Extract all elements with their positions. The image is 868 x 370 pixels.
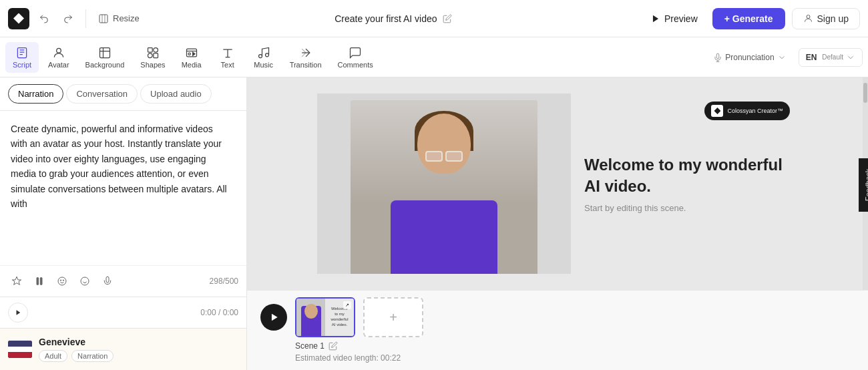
avatar-glass-right	[445, 151, 463, 162]
preview-subtitle: Start by editing this scene.	[584, 203, 785, 213]
narration-area: Create dynamic, powerful and informative…	[0, 111, 246, 265]
avatar-head	[417, 114, 471, 174]
narration-toolbar: 298/500	[0, 265, 246, 297]
language-chevron-icon	[846, 53, 855, 62]
toolbar: Script Avatar Background Shapes Media Te…	[0, 37, 868, 77]
header-right: Preview + Generate Sign up	[643, 8, 860, 29]
toolbar-right: Pronunciation EN Default	[706, 48, 863, 67]
text-side: Welcome to my wonderful AI video. Start …	[571, 94, 798, 274]
redo-icon	[63, 13, 73, 24]
toolbar-script[interactable]: Script	[5, 42, 39, 73]
avatar-section[interactable]: Genevieve Adult Narration	[0, 328, 246, 370]
transition-icon	[299, 46, 312, 59]
ai-tool-button[interactable]	[8, 272, 25, 290]
pronunciation-tool-icon	[102, 276, 113, 287]
pronunciation-label: Pronunciation	[725, 53, 774, 62]
app-logo[interactable]	[8, 8, 29, 29]
svg-rect-16	[37, 278, 39, 285]
tab-upload-audio[interactable]: Upload audio	[140, 84, 212, 104]
ai-icon	[11, 276, 22, 287]
toolbar-transition[interactable]: Transition	[283, 42, 329, 73]
scene-edit-icon[interactable]	[329, 341, 338, 351]
watermark-diamond-icon	[714, 108, 720, 114]
undo-button[interactable]	[35, 9, 53, 28]
estimated-length: Estimated video length: 00:22	[260, 353, 855, 363]
language-sublabel: Default	[822, 53, 843, 61]
script-icon	[15, 46, 29, 59]
toolbar-transition-label: Transition	[290, 61, 322, 69]
pronunciation-button[interactable]: Pronunciation	[706, 49, 793, 66]
svg-point-11	[188, 53, 190, 55]
toolbar-music-label: Music	[254, 61, 273, 69]
user-icon	[803, 13, 813, 23]
feedback-tab[interactable]: Feedback	[859, 158, 868, 212]
media-icon	[185, 46, 198, 59]
redo-button[interactable]	[59, 9, 77, 28]
avatar-image	[351, 100, 537, 274]
tab-narration[interactable]: Narration	[8, 84, 63, 104]
toolbar-text[interactable]: Text	[211, 42, 244, 73]
emotion-button[interactable]	[53, 272, 71, 290]
playback-bar: 0:00 / 0:00	[0, 297, 246, 328]
pronunciation-tool-button[interactable]	[99, 272, 116, 290]
project-title: Create your first AI video	[335, 13, 437, 24]
svg-rect-3	[17, 47, 26, 57]
scene-1-thumbnail[interactable]: Welcome to my wonderful AI video. ↗	[295, 297, 355, 337]
header-center: Create your first AI video	[149, 13, 638, 24]
toolbar-background[interactable]: Background	[79, 42, 132, 73]
emoji-icon	[79, 276, 90, 287]
signup-button[interactable]: Sign up	[792, 8, 860, 29]
toolbar-music[interactable]: Music	[247, 42, 280, 73]
tab-conversation[interactable]: Conversation	[66, 84, 138, 104]
watermark: Colossyan Creator™	[704, 102, 790, 120]
comments-icon	[349, 46, 362, 59]
toolbar-comments[interactable]: Comments	[331, 42, 380, 73]
edit-title-icon[interactable]	[443, 14, 452, 23]
preview-play-icon	[651, 14, 660, 23]
toolbar-shapes[interactable]: Shapes	[134, 42, 172, 73]
watermark-logo	[711, 105, 723, 117]
avatar-name: Genevieve	[39, 337, 114, 347]
emotion-circle-icon	[57, 276, 67, 287]
video-canvas: Welcome to my wonderful AI video. Start …	[317, 94, 798, 274]
avatar-body	[391, 200, 497, 274]
generate-button[interactable]: + Generate	[712, 8, 785, 29]
svg-rect-0	[99, 15, 107, 23]
svg-rect-6	[148, 47, 152, 52]
play-large-button[interactable]	[260, 304, 287, 331]
signup-label: Sign up	[817, 13, 849, 24]
preview-button[interactable]: Preview	[643, 9, 706, 28]
svg-point-2	[807, 15, 810, 19]
toolbar-avatar[interactable]: Avatar	[41, 42, 76, 73]
feedback-label: Feedback	[864, 169, 868, 201]
toolbar-tools: Script Avatar Background Shapes Media Te…	[5, 42, 380, 73]
svg-marker-22	[17, 310, 21, 315]
narration-tools-left	[8, 272, 116, 290]
toolbar-media-label: Media	[182, 61, 202, 69]
pause-button[interactable]	[31, 272, 48, 290]
scenes-row: Welcome to my wonderful AI video. ↗ +	[260, 297, 855, 337]
resize-icon	[98, 13, 109, 24]
emoji-button[interactable]	[76, 272, 93, 290]
pronunciation-chevron-icon	[777, 53, 787, 62]
svg-point-13	[265, 53, 268, 56]
language-button[interactable]: EN Default	[799, 48, 863, 67]
narration-text[interactable]: Create dynamic, powerful and informative…	[11, 122, 236, 235]
toolbar-text-label: Text	[221, 61, 234, 69]
add-scene-button[interactable]: +	[363, 297, 423, 337]
resize-button[interactable]: Resize	[94, 9, 144, 28]
toolbar-background-label: Background	[85, 61, 125, 69]
scene-thumb-expand: ↗	[343, 301, 351, 309]
logo-diamond	[13, 13, 24, 24]
play-small-button[interactable]	[8, 303, 28, 323]
toolbar-media[interactable]: Media	[175, 42, 208, 73]
avatar-flag	[8, 341, 32, 358]
narration-content: Create dynamic, powerful and informative…	[11, 124, 227, 209]
scrollbar-thumb	[863, 83, 867, 103]
toolbar-comments-label: Comments	[338, 61, 373, 69]
avatar-figure	[351, 100, 537, 274]
toolbar-shapes-label: Shapes	[140, 61, 165, 69]
app-header: Resize Create your first AI video Previe…	[0, 0, 868, 37]
play-small-icon	[15, 309, 21, 316]
background-icon	[98, 46, 112, 59]
